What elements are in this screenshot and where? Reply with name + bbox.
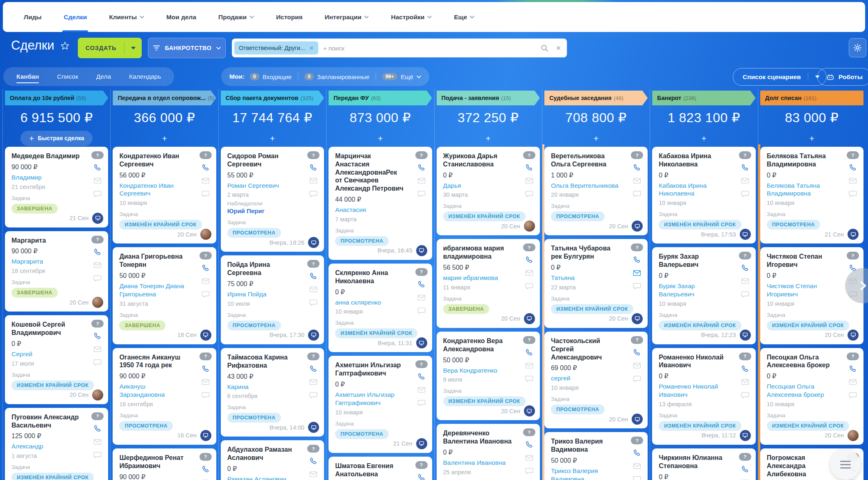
mail-icon[interactable]: [201, 478, 210, 480]
help-question-icon[interactable]: ?: [91, 320, 104, 328]
deal-name[interactable]: Веретельникова Ольга Сергеевна: [551, 152, 642, 168]
deal-contact-link[interactable]: Александр: [11, 442, 102, 450]
counter-item[interactable]: 99+ Ещё: [382, 73, 421, 80]
help-question-icon[interactable]: ?: [307, 445, 320, 453]
phone-icon[interactable]: [309, 457, 318, 466]
deal-contact-link[interactable]: Белякова Татьяна Владимировна: [767, 182, 858, 198]
mail-icon[interactable]: [525, 361, 534, 370]
phone-icon[interactable]: [201, 264, 210, 273]
phone-icon[interactable]: [632, 255, 641, 264]
mail-icon[interactable]: [525, 453, 534, 462]
robot-avatar[interactable]: [416, 337, 427, 348]
phone-icon[interactable]: [93, 424, 102, 433]
deal-card[interactable]: Трикоз Валерия Вадимовна 50 000 ₽ Трикоз…: [544, 432, 648, 480]
phone-icon[interactable]: [525, 348, 534, 357]
deal-name[interactable]: Шматова Евгения Анатольевна: [335, 462, 426, 478]
deal-card[interactable]: Марцинчак Анастасия АлександровнаРек от …: [329, 147, 432, 260]
deal-card[interactable]: Белякова Татьяна Владимировна 0 ₽ Беляко…: [760, 147, 863, 243]
deal-name[interactable]: Сидоров Роман Сергеевич: [227, 152, 318, 168]
chat-icon[interactable]: [525, 282, 534, 291]
deal-name[interactable]: Чиркинян Юлианна Степановна: [659, 454, 750, 470]
robot-avatar[interactable]: [524, 313, 535, 324]
robot-avatar[interactable]: [848, 229, 859, 240]
deal-card[interactable]: Кондратенко Иван Сергеевич 56 000 ₽ Конд…: [113, 147, 216, 243]
chat-icon[interactable]: [525, 374, 534, 383]
deal-card[interactable]: Абдулахов Рамазан Асланович 0 ₽ Рамазан …: [221, 440, 324, 480]
robot-avatar[interactable]: [632, 313, 643, 324]
deal-name[interactable]: Скляренко Анна Николаевна: [335, 269, 426, 285]
deal-card[interactable]: Песоцкая Ольга Алексеевна брокер 0 ₽ Пес…: [760, 348, 863, 445]
deal-name[interactable]: Маргарита: [11, 237, 102, 245]
column-header[interactable]: Сбор пакета документов (325): [221, 91, 324, 105]
deal-name[interactable]: Абдулахов Рамазан Асланович: [227, 446, 318, 462]
help-question-icon[interactable]: ?: [523, 151, 535, 159]
deal-card[interactable]: Журикова Дарья Станиславовна 0 ₽ Дарья 3…: [437, 147, 540, 235]
chat-icon[interactable]: [848, 189, 857, 198]
help-question-icon[interactable]: ?: [415, 151, 428, 159]
filter-chip-responsible[interactable]: Ответственный: Други... ✕: [234, 41, 318, 55]
deal-card[interactable]: Шматова Евгения Анатольевна 0 ₽ Евгения …: [329, 457, 432, 480]
mail-icon[interactable]: [848, 176, 857, 185]
deal-card[interactable]: Частокольский Сергей Александрович 69 00…: [544, 332, 648, 428]
chat-icon[interactable]: [309, 298, 318, 307]
phone-icon[interactable]: [93, 248, 102, 257]
deal-contact-link[interactable]: Трикоз Валерия Вадимовна: [551, 467, 642, 480]
help-question-icon[interactable]: ?: [415, 461, 428, 469]
deal-card[interactable]: Пуговкин Александр Васильевич 125 000 ₽ …: [5, 408, 108, 480]
nav-item-4[interactable]: Мои дела: [155, 2, 207, 32]
chat-icon[interactable]: [201, 391, 210, 400]
phone-icon[interactable]: [525, 440, 534, 449]
chat-icon[interactable]: [309, 189, 318, 198]
column-header[interactable]: Долг списан (161): [760, 91, 863, 105]
mail-icon[interactable]: [741, 176, 750, 185]
phone-icon[interactable]: [632, 448, 641, 457]
phone-icon[interactable]: [632, 163, 641, 172]
chat-icon[interactable]: [201, 189, 210, 198]
phone-icon[interactable]: [848, 163, 857, 172]
phone-icon[interactable]: [741, 264, 750, 273]
mail-icon[interactable]: [201, 277, 210, 286]
help-question-icon[interactable]: ?: [631, 437, 643, 444]
view-tab-1[interactable]: Канбан: [7, 67, 48, 86]
deal-card[interactable]: Медведев Владимир 90 000 ₽ Владимир 21 с…: [5, 147, 108, 227]
help-question-icon[interactable]: ?: [307, 260, 320, 268]
phone-icon[interactable]: [417, 280, 426, 289]
mail-icon[interactable]: [417, 293, 426, 302]
chat-icon[interactable]: [525, 466, 534, 475]
deal-contact-link[interactable]: Карина: [227, 383, 318, 391]
help-question-icon[interactable]: ?: [91, 236, 104, 243]
counter-item[interactable]: 0 Входящие: [250, 73, 292, 80]
create-dropdown-caret[interactable]: [125, 47, 142, 50]
user-avatar[interactable]: [524, 221, 535, 232]
mail-icon[interactable]: [741, 277, 750, 286]
deal-card[interactable]: Оганесян Аикануш 1950 74 года рек 90 000…: [113, 348, 216, 445]
deal-name[interactable]: Кабакова Ирина Николаевна: [659, 152, 750, 168]
deal-name[interactable]: Белякова Татьяна Владимировна: [767, 152, 858, 168]
mail-icon[interactable]: [632, 176, 641, 185]
deal-card[interactable]: Романенко Николай Иванович 0 ₽ Романенко…: [652, 348, 755, 445]
add-deal-button[interactable]: +: [162, 134, 167, 143]
column-header[interactable]: Передан ФУ (63): [329, 91, 432, 105]
chat-icon[interactable]: [632, 374, 641, 383]
deal-contact-link[interactable]: Валентина Ивановна: [443, 459, 534, 467]
mail-icon[interactable]: [525, 268, 534, 278]
robot-avatar[interactable]: [848, 330, 859, 341]
deal-name[interactable]: Кондратенко Вера Александровна: [443, 337, 534, 353]
chat-icon[interactable]: [525, 189, 534, 198]
deal-contact-link[interactable]: Ирина Пойда: [227, 290, 318, 298]
robot-avatar[interactable]: [308, 422, 319, 433]
phone-icon[interactable]: [309, 163, 318, 172]
deal-name[interactable]: Шерфединов Ренат Ибраимович: [119, 454, 210, 470]
deal-card[interactable]: Кабакова Ирина Николаевна 0 ₽ Кабакова И…: [652, 147, 755, 243]
add-deal-button[interactable]: +: [701, 134, 706, 143]
deal-name[interactable]: Медведев Владимир: [11, 152, 102, 160]
mail-icon[interactable]: [417, 176, 426, 185]
deal-card[interactable]: Маргарита 90 000 ₽ Маргарита 18 сентября…: [5, 231, 108, 312]
observer-name[interactable]: Юрий Периг: [227, 207, 318, 214]
robot-avatar[interactable]: [524, 405, 535, 416]
deal-name[interactable]: Таймасова Карина Рифкатовна: [227, 353, 318, 370]
deal-card[interactable]: Татьяна Чубарова рек Булгурян 0 ₽ Татьян…: [544, 239, 648, 328]
mail-icon[interactable]: [309, 470, 318, 479]
deal-card[interactable]: Кошевой Сергей Владимирович 0 ₽ Сергей 1…: [5, 315, 108, 404]
deal-card[interactable]: Таймасова Карина Рифкатовна 43 000 ₽ Кар…: [221, 348, 324, 437]
